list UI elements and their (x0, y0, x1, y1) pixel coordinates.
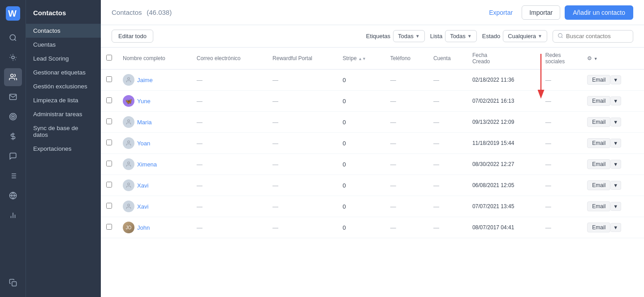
action-dropdown-button[interactable]: ▼ (610, 181, 621, 190)
sidebar-item-administrar-tareas[interactable]: Administrar tareas (26, 107, 101, 121)
row-portal-cell: — (267, 133, 337, 154)
check-all-checkbox[interactable] (106, 55, 112, 61)
estado-select[interactable]: Cualquiera ▼ (503, 30, 547, 42)
sidebar-item-contactos[interactable]: Contactos (26, 24, 101, 38)
row-checkbox-cell (101, 154, 117, 175)
phone-dash: — (390, 203, 396, 210)
sidebar-item-cuentas[interactable]: Cuentas (26, 38, 101, 52)
portal-dash: — (272, 203, 278, 210)
contact-name-link[interactable]: Xavi (137, 182, 148, 189)
row-checkbox[interactable] (106, 224, 112, 230)
lista-select[interactable]: Todas ▼ (445, 30, 477, 42)
row-checkbox[interactable] (106, 203, 112, 209)
row-social-cell: — (540, 91, 582, 112)
cuenta-dash: — (433, 203, 439, 210)
row-checkbox[interactable] (106, 76, 112, 82)
action-dropdown-button[interactable]: ▼ (610, 139, 621, 148)
row-portal-cell: — (267, 217, 337, 238)
toolbar: Editar todo Etiquetas Todas ▼ Lista Toda… (101, 25, 644, 48)
nav-target-icon[interactable] (4, 108, 22, 126)
nav-dollar-icon[interactable] (4, 127, 22, 145)
row-checkbox[interactable] (106, 97, 112, 103)
main-content: Contactos (46.038) Exportar Importar Aña… (101, 0, 644, 297)
email-action-button[interactable]: Email (587, 117, 610, 127)
social-dash: — (545, 224, 551, 231)
action-dropdown-button[interactable]: ▼ (610, 202, 621, 211)
row-fecha-cell: 11/18/2019 15:44 (467, 133, 540, 154)
contact-name-link[interactable]: Jaime (137, 77, 153, 83)
sidebar-item-lead-scoring[interactable]: Lead Scoring (26, 52, 101, 66)
cuenta-dash: — (433, 182, 439, 189)
row-cuenta-cell: — (428, 91, 467, 112)
row-checkbox-cell (101, 133, 117, 154)
phone-dash: — (390, 140, 396, 147)
nav-globe-icon[interactable] (4, 187, 22, 205)
row-phone-cell: — (385, 217, 428, 238)
row-social-cell: — (540, 133, 582, 154)
row-checkbox[interactable] (106, 118, 112, 124)
nav-search-icon[interactable] (4, 29, 22, 47)
row-checkbox[interactable] (106, 161, 112, 166)
row-portal-cell: — (267, 112, 337, 133)
email-action-button[interactable]: Email (587, 180, 610, 190)
etiquetas-select[interactable]: Todas ▼ (393, 30, 425, 42)
edit-all-button[interactable]: Editar todo (112, 30, 153, 43)
contact-name-link[interactable]: Xavi (137, 203, 148, 210)
nav-users-icon[interactable] (4, 68, 22, 86)
export-button[interactable]: Exportar (484, 6, 517, 19)
nav-lightbulb-icon[interactable] (4, 48, 22, 66)
avatar (123, 116, 134, 128)
row-stripe-cell: 0 (337, 154, 385, 175)
contact-name-link[interactable]: Yoan (137, 140, 150, 147)
action-dropdown-button[interactable]: ▼ (610, 223, 621, 232)
action-dropdown-button[interactable]: ▼ (610, 96, 621, 105)
contact-name-link[interactable]: Ximena (137, 161, 157, 168)
email-action-button[interactable]: Email (587, 201, 610, 211)
email-action-button[interactable]: Email (587, 75, 610, 85)
avatar (123, 179, 134, 191)
action-dropdown-button[interactable]: ▼ (610, 160, 621, 169)
contacts-table: Nombre completo Correo electrónico Rewar… (101, 48, 644, 238)
avatar: JO (123, 222, 134, 233)
sidebar-item-limpieza-lista[interactable]: Limpieza de lista (26, 93, 101, 107)
row-action-cell: Email ▼ (582, 133, 644, 154)
row-fecha-cell: 08/07/2017 04:41 (467, 217, 540, 238)
contact-name-link[interactable]: Yune (137, 98, 151, 105)
action-dropdown-button[interactable]: ▼ (610, 118, 621, 127)
sidebar-item-gestionar-etiquetas[interactable]: Gestionar etiquetas (26, 66, 101, 79)
col-portal: Rewardful Portal (267, 48, 337, 70)
row-phone-cell: — (385, 133, 428, 154)
nav-chat-icon[interactable] (4, 147, 22, 165)
stripe-sort-icon[interactable]: ▲▼ (358, 57, 366, 61)
row-phone-cell: — (385, 91, 428, 112)
sidebar-item-gestion-exclusiones[interactable]: Gestión exclusiones (26, 79, 101, 93)
row-fecha-cell: 07/02/2021 16:13 (467, 91, 540, 112)
svg-point-28 (558, 33, 562, 37)
nav-copy-icon[interactable] (4, 274, 22, 292)
email-action-button[interactable]: Email (587, 159, 610, 169)
cuenta-dash: — (433, 224, 439, 231)
email-action-button[interactable]: Email (587, 138, 610, 148)
email-action-button[interactable]: Email (587, 96, 610, 106)
nav-mail-icon[interactable] (4, 88, 22, 106)
contact-name-link[interactable]: Maria (137, 119, 152, 126)
row-social-cell: — (540, 175, 582, 196)
add-contact-button[interactable]: Añadir un contacto (565, 5, 633, 20)
contact-name-link[interactable]: John (137, 224, 150, 231)
search-input[interactable] (566, 33, 628, 39)
col-settings[interactable]: ⚙ ▼ (582, 48, 644, 70)
import-button[interactable]: Importar (522, 5, 560, 20)
row-checkbox[interactable] (106, 140, 112, 145)
nav-chart-icon[interactable] (4, 206, 22, 224)
row-checkbox[interactable] (106, 182, 112, 188)
sidebar-item-sync-base[interactable]: Sync de base de datos (26, 121, 101, 142)
row-portal-cell: — (267, 154, 337, 175)
sidebar-item-exportaciones[interactable]: Exportaciones (26, 142, 101, 156)
etiquetas-label: Etiquetas (366, 33, 390, 39)
email-action-button[interactable]: Email (587, 223, 610, 232)
social-dash: — (545, 77, 551, 83)
search-box[interactable] (553, 30, 633, 43)
action-dropdown-button[interactable]: ▼ (610, 75, 621, 84)
nav-list-icon[interactable] (4, 167, 22, 185)
row-name-cell: Ximena (117, 154, 191, 175)
